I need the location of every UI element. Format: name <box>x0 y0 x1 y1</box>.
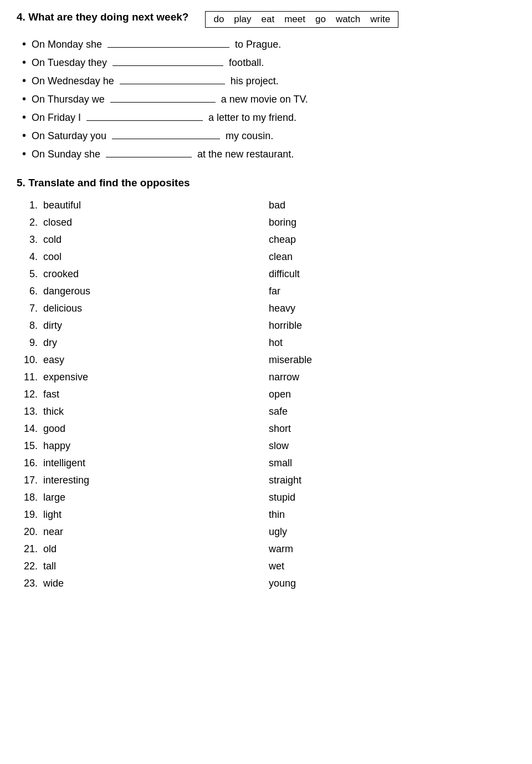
left-word: happy <box>43 440 70 452</box>
opposite-right-item: warm <box>269 541 515 558</box>
item-number: 6. <box>22 286 38 297</box>
answer-blank[interactable] <box>86 120 203 121</box>
opposite-left-item: 3.cold <box>22 231 269 248</box>
right-word: heavy <box>269 303 295 314</box>
left-word: tall <box>43 561 56 572</box>
right-word: small <box>269 457 292 469</box>
opposite-left-item: 18.large <box>22 489 269 506</box>
left-word: cool <box>43 251 62 263</box>
item-number: 17. <box>22 475 38 486</box>
opposite-right-item: hot <box>269 334 515 352</box>
sentence-start: On Tuesday they <box>32 57 107 69</box>
left-word: fast <box>43 389 59 400</box>
right-word: difficult <box>269 268 300 280</box>
item-number: 8. <box>22 320 38 332</box>
bullet-point: • <box>22 129 26 142</box>
word-bank-item: meet <box>284 14 305 25</box>
right-word: safe <box>269 406 288 417</box>
right-word: miserable <box>269 354 312 366</box>
answer-blank[interactable] <box>120 84 225 84</box>
opposite-right-item: safe <box>269 403 515 420</box>
item-number: 19. <box>22 509 38 521</box>
right-word: warm <box>269 543 293 555</box>
section4-number: 4. <box>17 11 25 23</box>
word-bank-item: go <box>315 14 326 25</box>
left-word: beautiful <box>43 200 81 211</box>
answer-blank[interactable] <box>110 102 216 103</box>
section5-header: 5. Translate and find the opposites <box>17 177 515 189</box>
item-number: 12. <box>22 389 38 400</box>
left-word: dirty <box>43 320 62 332</box>
item-number: 21. <box>22 543 38 555</box>
opposite-right-item: miserable <box>269 352 515 369</box>
item-number: 11. <box>22 371 38 383</box>
word-bank-item: do <box>213 14 224 25</box>
left-word: near <box>43 526 63 538</box>
left-word: expensive <box>43 371 88 383</box>
item-number: 9. <box>22 337 38 349</box>
left-word: thick <box>43 406 64 417</box>
sentence-item: •On Thursday wea new movie on TV. <box>22 93 515 105</box>
opposite-right-item: short <box>269 420 515 437</box>
opposite-right-item: heavy <box>269 300 515 317</box>
opposite-left-item: 12.fast <box>22 386 269 403</box>
opposite-left-item: 22.tall <box>22 558 269 575</box>
right-word: straight <box>269 475 301 486</box>
sentence-end: a letter to my friend. <box>208 112 296 124</box>
opposite-right-item: far <box>269 283 515 300</box>
opposite-left-item: 2.closed <box>22 214 269 231</box>
right-word: ugly <box>269 526 287 538</box>
opposite-left-item: 20.near <box>22 523 269 541</box>
right-word: far <box>269 286 280 297</box>
opposite-right-item: young <box>269 575 515 592</box>
item-number: 4. <box>22 251 38 263</box>
opposite-right-item: straight <box>269 472 515 489</box>
left-word: closed <box>43 217 72 228</box>
sentence-item: •On Tuesday theyfootball. <box>22 56 515 69</box>
sentence-start: On Sunday she <box>32 149 100 160</box>
word-bank-item: eat <box>262 14 275 25</box>
sentence-item: •On Saturday youmy cousin. <box>22 129 515 142</box>
item-number: 18. <box>22 492 38 503</box>
sentence-end: my cousin. <box>226 130 273 142</box>
opposite-right-item: difficult <box>269 266 515 283</box>
sentence-start: On Wednesday he <box>32 75 114 87</box>
opposite-left-item: 9.dry <box>22 334 269 352</box>
opposite-left-item: 16.intelligent <box>22 455 269 472</box>
answer-blank[interactable] <box>112 65 223 66</box>
opposite-left-item: 8.dirty <box>22 317 269 334</box>
sentence-end: a new movie on TV. <box>221 94 308 105</box>
right-word: short <box>269 423 291 435</box>
right-word: thin <box>269 509 285 521</box>
item-number: 14. <box>22 423 38 435</box>
right-word: clean <box>269 251 293 263</box>
sentence-item: •On Friday Ia letter to my friend. <box>22 111 515 124</box>
sentence-start: On Friday I <box>32 112 81 124</box>
word-bank-item: play <box>234 14 251 25</box>
left-word: delicious <box>43 303 82 314</box>
item-number: 1. <box>22 200 38 211</box>
sentence-start: On Thursday we <box>32 94 105 105</box>
item-number: 2. <box>22 217 38 228</box>
bullet-point: • <box>22 74 26 87</box>
section4-header: 4. What are they doing next week? doplay… <box>17 11 515 28</box>
opposite-right-item: stupid <box>269 489 515 506</box>
answer-blank[interactable] <box>112 139 220 139</box>
answer-blank[interactable] <box>108 47 229 48</box>
item-number: 20. <box>22 526 38 538</box>
item-number: 16. <box>22 457 38 469</box>
answer-blank[interactable] <box>106 157 192 157</box>
left-word: intelligent <box>43 457 85 469</box>
item-number: 5. <box>22 268 38 280</box>
word-bank: doplayeatmeetgowatchwrite <box>205 11 398 28</box>
right-word: hot <box>269 337 283 349</box>
opposite-left-item: 7.delicious <box>22 300 269 317</box>
opposite-right-item: open <box>269 386 515 403</box>
opposite-left-item: 13.thick <box>22 403 269 420</box>
left-word: easy <box>43 354 64 366</box>
item-number: 22. <box>22 561 38 572</box>
item-number: 13. <box>22 406 38 417</box>
left-word: cold <box>43 234 62 246</box>
opposite-left-item: 4.cool <box>22 248 269 266</box>
bullet-point: • <box>22 147 26 160</box>
